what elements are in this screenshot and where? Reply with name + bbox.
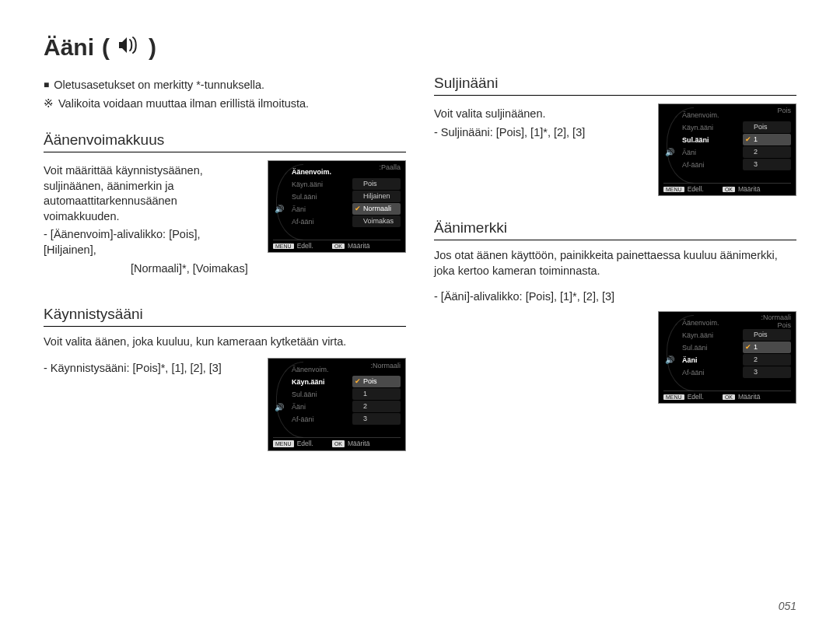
- option-item-selected: ✔1: [743, 342, 791, 353]
- shutter-options: - Suljinääni: [Pois], [1]*, [2], [3]: [434, 125, 644, 141]
- manual-page: Ääni ( ) ■Oletusasetukset on merkitty *-…: [0, 0, 840, 634]
- intro-line-1: Oletusasetukset on merkitty *-tunnuksell…: [54, 79, 264, 91]
- option-item: Pois: [743, 121, 791, 133]
- start-body: Voit valita äänen, joka kuuluu, kun kame…: [44, 335, 406, 350]
- volume-body: Voit määrittää käynnistysäänen, suljinää…: [44, 163, 254, 224]
- right-label: :Normaali Pois: [761, 314, 791, 330]
- option-item: Voimakas: [352, 215, 401, 227]
- option-item: 2: [743, 354, 791, 366]
- option-item: 3: [352, 413, 401, 425]
- title-paren-close: ): [149, 34, 156, 61]
- left-column: ■Oletusasetukset on merkitty *-tunnuksel…: [44, 75, 406, 457]
- intro-block: ■Oletusasetukset on merkitty *-tunnuksel…: [44, 78, 406, 111]
- option-item-selected: ✔1: [743, 134, 791, 145]
- volume-options-a: - [Äänenvoim]-alivalikko: [Pois], [Hilja…: [44, 227, 254, 257]
- volume-heading: Äänenvoimakkuus: [44, 131, 406, 149]
- option-item: 3: [743, 159, 791, 170]
- option-item-selected: ✔Normaali: [352, 203, 401, 215]
- option-item: Pois: [352, 178, 401, 190]
- option-item: 2: [352, 401, 401, 412]
- bullet-square-icon: ■: [44, 79, 49, 91]
- intro-line-2: Valikoita voidaan muuttaa ilman erillist…: [58, 97, 309, 110]
- option-item-selected: ✔Pois: [352, 376, 401, 387]
- page-number: 051: [779, 600, 796, 612]
- start-options: - Käynnistysääni: [Pois]*, [1], [2], [3]: [44, 361, 254, 377]
- shutter-heading: Suljinääni: [434, 75, 796, 92]
- beep-heading: Äänimerkki: [434, 219, 796, 236]
- check-icon: ✔: [745, 342, 751, 353]
- right-label: Pois: [777, 107, 791, 114]
- right-column: Suljinääni Voit valita suljinäänen. - Su…: [434, 75, 796, 457]
- option-item: 2: [743, 146, 791, 158]
- check-icon: ✔: [355, 376, 361, 387]
- speaker-icon: 🔊: [665, 148, 674, 156]
- check-icon: ✔: [745, 134, 751, 145]
- option-item: Pois: [743, 329, 791, 341]
- right-label: :Normaali: [370, 361, 401, 370]
- screenshot-beep: 🔊 Äänenvoim. Käyn.ääni Sul.ääni Ääni Af-…: [658, 311, 796, 404]
- title-paren-open: (: [102, 34, 110, 61]
- screenshot-footer: MENUEdell. OKMääritä: [663, 391, 791, 401]
- screenshot-start: 🔊 Äänenvoim. Käyn.ääni Sul.ääni Ääni Af-…: [268, 358, 406, 451]
- note-mark-icon: ※: [44, 96, 54, 112]
- speaker-icon: [117, 34, 141, 61]
- page-title: Ääni ( ): [44, 34, 796, 61]
- speaker-icon: 🔊: [275, 205, 284, 213]
- divider: [434, 95, 796, 96]
- screenshot-footer: MENUEdell. OKMääritä: [273, 240, 401, 250]
- check-icon: ✔: [355, 203, 361, 215]
- speaker-icon: 🔊: [665, 356, 674, 364]
- shutter-body: Voit valita suljinäänen.: [434, 107, 644, 122]
- right-label: :Paalla: [379, 163, 401, 171]
- screenshot-shutter: 🔊 Äänenvoim. Käyn.ääni Sul.ääni Ääni Af-…: [658, 103, 796, 196]
- screenshot-footer: MENUEdell. OKMääritä: [273, 437, 401, 448]
- option-item: 3: [743, 366, 791, 378]
- beep-body: Jos otat äänen käyttöön, painikkeita pai…: [434, 248, 796, 278]
- divider: [44, 326, 406, 327]
- option-item: 1: [352, 388, 401, 400]
- divider: [44, 152, 406, 152]
- screenshot-volume: 🔊 Äänenvoim. Käyn.ääni Sul.ääni Ääni Af-…: [268, 160, 406, 253]
- beep-options: - [Ääni]-alivalikko: [Pois], [1]*, [2], …: [434, 289, 796, 305]
- option-item: Hiljainen: [352, 191, 401, 202]
- volume-options-b: [Normaali]*, [Voimakas]: [44, 261, 254, 277]
- screenshot-footer: MENUEdell. OKMääritä: [663, 183, 791, 193]
- divider: [434, 240, 796, 240]
- title-text: Ääni: [44, 34, 94, 61]
- speaker-icon: 🔊: [275, 402, 284, 413]
- start-heading: Käynnistysääni: [44, 306, 406, 323]
